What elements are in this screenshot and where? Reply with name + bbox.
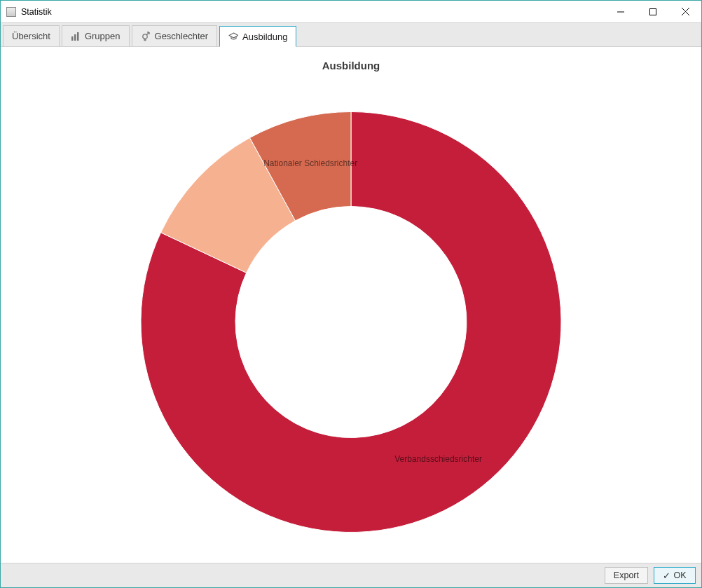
button-label: Export [614, 570, 639, 580]
app-icon [6, 7, 16, 17]
donut-chart: VerbandsschiedsrichterNationaler Schieds… [1, 47, 701, 562]
tab-uebersicht[interactable]: Übersicht [3, 25, 60, 46]
tab-gruppen[interactable]: Gruppen [62, 25, 130, 46]
tab-label: Gruppen [85, 31, 121, 41]
tab-label: Geschlechter [155, 31, 209, 41]
export-button[interactable]: Export [605, 567, 648, 584]
window-title: Statistik [21, 7, 52, 17]
close-icon [682, 8, 689, 15]
svg-rect-1 [650, 8, 656, 15]
svg-rect-4 [71, 36, 74, 41]
window: Statistik Übersicht Gruppen Geschlechter [0, 0, 702, 588]
gender-icon [141, 32, 151, 41]
button-label: OK [673, 570, 686, 580]
titlebar: Statistik [1, 1, 701, 22]
footer: Export ✓ OK [1, 563, 701, 587]
chart-panel: Ausbildung VerbandsschiedsrichterNationa… [1, 47, 701, 563]
tab-label: Ausbildung [242, 32, 287, 42]
check-icon: ✓ [663, 570, 670, 581]
maximize-icon [649, 8, 656, 15]
bar-chart-icon [71, 32, 81, 41]
svg-point-7 [142, 34, 146, 38]
slice-label: Verbandsschiedsrichter [394, 454, 482, 464]
minimize-icon [617, 8, 624, 15]
graduation-cap-icon [228, 32, 238, 41]
svg-marker-13 [229, 33, 238, 38]
close-button[interactable] [669, 1, 701, 22]
ok-button[interactable]: ✓ OK [654, 567, 696, 584]
minimize-button[interactable] [605, 1, 637, 22]
svg-rect-5 [74, 34, 76, 41]
tabbar: Übersicht Gruppen Geschlechter Ausbildun… [1, 22, 701, 47]
tab-ausbildung[interactable]: Ausbildung [219, 26, 296, 47]
tab-label: Übersicht [12, 31, 50, 41]
svg-rect-6 [77, 32, 79, 41]
tab-geschlechter[interactable]: Geschlechter [132, 25, 218, 46]
slice-label: Nationaler Schiedsrichter [263, 158, 357, 168]
maximize-button[interactable] [637, 1, 669, 22]
